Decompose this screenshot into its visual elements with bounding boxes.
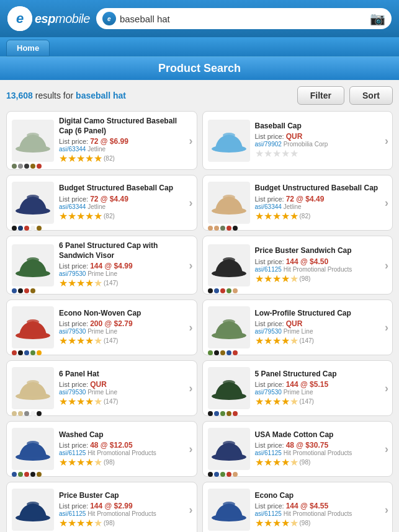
color-swatches (12, 226, 54, 231)
product-supplier: asi/79530 Prime Line (59, 270, 192, 277)
product-price: QUR (286, 319, 303, 328)
product-price-row: List price: 144 @ $2.99 (59, 502, 192, 510)
product-price-row: List price: 72 @ $6.99 (59, 137, 192, 146)
product-card[interactable]: 6 Panel Hat List price: QUR asi/79530 Pr… (6, 360, 197, 416)
star-rating: ★★★★★ (59, 335, 102, 347)
star-rating: ★★★★★ (255, 517, 298, 529)
color-swatches (208, 411, 250, 416)
rating-row: ★★★★★ (82) (255, 210, 388, 222)
price-label: List price: (59, 502, 90, 510)
product-info: Budget Structured Baseball Cap List pric… (59, 184, 192, 222)
sort-button[interactable]: Sort (349, 86, 393, 105)
chevron-right-icon: › (385, 197, 388, 210)
product-price: 72 @ $4.49 (286, 195, 325, 203)
color-swatch (226, 288, 231, 293)
product-card[interactable]: Digital Camo Structured Baseball Cap (6 … (6, 111, 197, 170)
svg-point-27 (27, 502, 39, 507)
product-name: 5 Panel Structured Cap (255, 370, 388, 379)
product-card[interactable]: Price Buster Cap List price: 144 @ $2.99… (6, 482, 197, 532)
product-image (208, 489, 250, 531)
product-price: 48 @ $12.05 (90, 441, 132, 450)
product-asi: asi/79530 (59, 270, 86, 277)
product-price-row: List price: QUR (255, 132, 388, 141)
product-supplier: asi/61125 Hit Promotional Products (255, 450, 388, 456)
color-swatch (220, 472, 225, 477)
color-swatches (208, 350, 250, 355)
rating-row: ★★★★★ (147) (59, 396, 192, 407)
product-card[interactable]: USA Made Cotton Cap List price: 48 @ $30… (202, 421, 393, 477)
product-asi: asi/63344 (255, 203, 282, 210)
color-swatch (226, 411, 231, 416)
rating-count: (147) (300, 337, 314, 344)
product-card[interactable]: Baseball Cap List price: QUR asi/79902 P… (202, 111, 393, 170)
product-company: Prime Line (284, 389, 313, 396)
product-company: Prime Line (87, 328, 117, 335)
product-name: 6 Panel Structured Cap with Sandwich Vis… (59, 241, 192, 260)
rating-row: ★★★★★ (147) (59, 335, 192, 347)
product-name: USA Made Cotton Cap (255, 430, 388, 440)
star-rating: ★★★★★ (255, 396, 298, 407)
product-supplier: asi/79530 Prime Line (59, 328, 192, 335)
color-swatches (208, 226, 250, 231)
product-price-row: List price: 48 @ $12.05 (59, 441, 192, 450)
star-rating: ★★★★★ (255, 210, 298, 222)
chevron-right-icon: › (189, 197, 193, 210)
camera-button[interactable]: 📷 (370, 11, 385, 26)
product-price: QUR (90, 380, 107, 389)
product-company: Hit Promotional Products (87, 450, 156, 456)
product-card[interactable]: Econo Non-Woven Cap List price: 200 @ $2… (6, 299, 197, 355)
star-rating: ★★★★★ (255, 273, 298, 285)
color-swatches (12, 288, 54, 293)
color-swatch (18, 472, 23, 477)
product-card[interactable]: 5 Panel Structured Cap List price: 144 @… (202, 360, 393, 416)
product-image (12, 428, 54, 470)
rating-row: ★★★★★ (98) (59, 456, 192, 468)
product-name: Price Buster Cap (59, 491, 192, 501)
star-rating: ★★★★★ (255, 335, 298, 347)
color-swatch (226, 350, 231, 355)
color-swatch (37, 350, 42, 355)
color-swatches (12, 411, 54, 416)
product-image (208, 367, 250, 409)
product-card[interactable]: Econo Cap List price: 144 @ $4.55 asi/61… (202, 482, 393, 532)
nav-bar: Home (0, 37, 399, 56)
product-card[interactable]: 6 Panel Structured Cap with Sandwich Vis… (6, 236, 197, 295)
rating-count: (98) (104, 520, 115, 526)
product-name: Econo Cap (255, 491, 388, 501)
search-input[interactable] (120, 14, 366, 24)
product-info: Baseball Cap List price: QUR asi/79902 P… (255, 122, 388, 160)
rating-row: ★★★★★ (147) (255, 335, 388, 347)
color-swatch (226, 226, 231, 231)
product-card[interactable]: Budget Structured Baseball Cap List pric… (6, 175, 197, 231)
star-rating: ★★★★★ (59, 210, 102, 222)
product-price-row: List price: 72 @ $4.49 (59, 195, 192, 203)
filter-sort-buttons: Filter Sort (297, 86, 393, 105)
home-nav-button[interactable]: Home (6, 40, 50, 56)
search-logo-icon: e (102, 12, 116, 25)
chevron-right-icon: › (385, 321, 388, 334)
product-card[interactable]: Washed Cap List price: 48 @ $12.05 asi/6… (6, 421, 197, 477)
product-price-row: List price: 144 @ $5.15 (255, 380, 388, 389)
product-card[interactable]: Low-Profile Structured Cap List price: Q… (202, 299, 393, 355)
product-info: Econo Non-Woven Cap List price: 200 @ $2… (59, 309, 192, 347)
color-swatch (12, 288, 17, 293)
color-swatch (214, 288, 219, 293)
logo-icon: e (7, 6, 32, 31)
product-name: Budget Unstructured Baseball Cap (255, 184, 388, 193)
color-swatch (226, 472, 231, 477)
color-swatches (208, 288, 250, 293)
price-label: List price: (59, 320, 90, 327)
product-asi: asi/79902 (255, 141, 282, 148)
product-image (208, 306, 250, 348)
color-swatch (30, 350, 35, 355)
product-name: Econo Non-Woven Cap (59, 309, 192, 319)
color-swatch (214, 472, 219, 477)
filter-button[interactable]: Filter (297, 86, 344, 105)
star-rating: ★★★★★ (255, 148, 298, 159)
color-swatch (30, 472, 35, 477)
product-card[interactable]: Budget Unstructured Baseball Cap List pr… (202, 175, 393, 231)
product-card[interactable]: Price Buster Sandwich Cap List price: 14… (202, 236, 393, 295)
price-label: List price: (255, 258, 286, 265)
color-swatch (208, 472, 213, 477)
product-company: Hit Promotional Products (284, 510, 352, 517)
